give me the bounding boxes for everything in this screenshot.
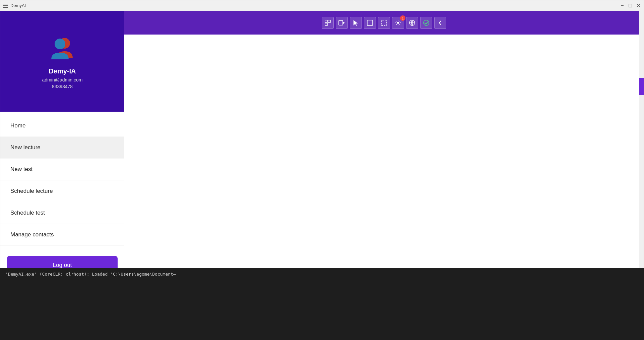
maximize-button[interactable]: □ — [628, 3, 633, 8]
terminal-line: 'DemyAI.exe' (CoreCLR: clrhost): Loaded … — [5, 272, 639, 277]
nav-menu: Home New lecture New test Schedule lectu… — [0, 112, 124, 249]
svg-marker-6 — [343, 21, 345, 24]
main-window: DemyAI − □ ✕ — [0, 0, 644, 268]
toolbar-check-icon[interactable] — [420, 17, 432, 29]
toolbar-bar: 1 — [124, 11, 644, 35]
scrollbar-track[interactable] — [639, 11, 644, 268]
sidebar-item-new-test[interactable]: New test — [0, 159, 124, 180]
terminal-bar: 'DemyAI.exe' (CoreCLR: clrhost): Loaded … — [0, 268, 644, 340]
content-area — [124, 35, 644, 268]
logout-button[interactable]: Log out — [7, 256, 118, 268]
toolbar-select-icon[interactable] — [322, 17, 334, 29]
sidebar-header: Demy-IA admin@admin.com 83393478 — [0, 11, 124, 112]
sidebar-item-manage-contacts[interactable]: Manage contacts — [0, 224, 124, 246]
user-phone: 83393478 — [52, 84, 73, 89]
sidebar-item-schedule-test[interactable]: Schedule test — [0, 202, 124, 224]
window-content: Demy-IA admin@admin.com 83393478 Home Ne… — [0, 11, 644, 268]
toolbar-collapse-icon[interactable] — [434, 17, 446, 29]
sidebar-item-schedule-lecture[interactable]: Schedule lecture — [0, 180, 124, 202]
sidebar-item-home[interactable]: Home — [0, 115, 124, 137]
svg-rect-3 — [328, 20, 330, 22]
svg-rect-4 — [325, 23, 327, 25]
svg-rect-9 — [381, 20, 387, 25]
toolbar-text-icon[interactable] — [378, 17, 390, 29]
avatar — [47, 34, 77, 62]
svg-point-1 — [55, 39, 65, 49]
settings-badge: 1 — [400, 15, 405, 21]
close-button[interactable]: ✕ — [636, 3, 641, 8]
toolbar-settings-icon[interactable]: 1 — [392, 17, 404, 29]
svg-rect-5 — [339, 20, 343, 25]
toolbar-video-icon[interactable] — [336, 17, 348, 29]
sidebar-item-new-lecture[interactable]: New lecture — [0, 137, 124, 159]
toolbar-frame-icon[interactable] — [364, 17, 376, 29]
svg-point-10 — [397, 22, 399, 24]
minimize-button[interactable]: − — [620, 3, 625, 8]
svg-rect-8 — [367, 20, 373, 25]
svg-marker-7 — [353, 20, 358, 26]
user-name: Demy-IA — [49, 67, 76, 75]
toolbar-cursor-icon[interactable] — [350, 17, 362, 29]
scrollbar-thumb[interactable] — [639, 78, 644, 95]
title-bar: DemyAI − □ ✕ — [0, 0, 644, 11]
user-email: admin@admin.com — [42, 77, 83, 82]
hamburger-icon[interactable] — [3, 4, 8, 8]
svg-rect-2 — [325, 20, 327, 22]
sidebar-footer: Log out — [0, 249, 124, 268]
toolbar-accessibility-icon[interactable] — [406, 17, 418, 29]
title-bar-controls: − □ ✕ — [620, 3, 641, 8]
app-title: DemyAI — [10, 3, 26, 8]
svg-point-13 — [424, 20, 429, 25]
main-content: 1 — [124, 11, 644, 268]
title-bar-left: DemyAI — [3, 3, 26, 8]
sidebar: Demy-IA admin@admin.com 83393478 Home Ne… — [0, 11, 124, 268]
